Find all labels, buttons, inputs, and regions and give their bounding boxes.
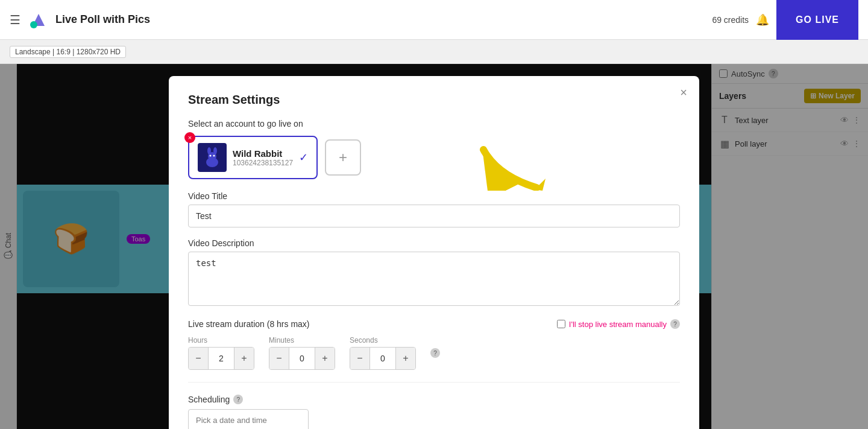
manual-stop-label: I'll stop live stream manually <box>569 320 667 329</box>
manual-stop-help-icon[interactable]: ? <box>670 319 680 329</box>
menu-icon[interactable]: ☰ <box>10 13 20 27</box>
app-logo <box>28 9 49 31</box>
video-description-label: Video Description <box>188 238 680 248</box>
duration-help-icon[interactable]: ? <box>430 348 440 358</box>
account-name: Wild Rabbit <box>233 148 293 159</box>
scheduling-title: Scheduling <box>188 395 230 404</box>
minutes-unit: Minutes − + <box>269 336 335 370</box>
seconds-increment-button[interactable]: + <box>396 348 415 369</box>
svg-point-7 <box>213 147 217 154</box>
video-title-group: Video Title <box>188 191 680 227</box>
yellow-arrow <box>476 136 549 191</box>
scheduling-date-input[interactable] <box>188 409 309 429</box>
add-account-button[interactable]: + <box>325 139 361 176</box>
topbar-right: 69 credits 🔔 GO LIVE <box>712 0 858 40</box>
accounts-row: × <box>188 136 680 179</box>
subtoolbar: Landscape | 16:9 | 1280x720 HD <box>0 40 868 64</box>
account-card-wild-rabbit[interactable]: × <box>188 136 318 179</box>
duration-section: Live stream duration (8 hrs max) I'll st… <box>188 319 680 370</box>
svg-point-2 <box>30 21 37 28</box>
manual-stop-checkbox[interactable] <box>557 320 565 328</box>
seconds-stepper: − + <box>350 347 416 370</box>
hours-increment-button[interactable]: + <box>234 348 254 369</box>
seconds-decrement-button[interactable]: − <box>350 348 370 369</box>
go-live-button[interactable]: GO LIVE <box>776 0 858 40</box>
format-label: Landscape | 16:9 | 1280x720 HD <box>10 46 126 58</box>
minutes-increment-button[interactable]: + <box>315 348 335 369</box>
svg-point-8 <box>210 155 212 157</box>
scheduling-help-icon[interactable]: ? <box>233 395 243 404</box>
scheduling-header: Scheduling ? <box>188 395 680 404</box>
modal-title: Stream Settings <box>188 93 680 107</box>
svg-point-6 <box>207 147 211 154</box>
seconds-value-input[interactable] <box>370 348 396 369</box>
bell-icon[interactable]: 🔔 <box>756 13 769 27</box>
hours-decrement-button[interactable]: − <box>189 348 208 369</box>
account-delete-icon[interactable]: × <box>184 132 195 143</box>
seconds-label: Seconds <box>350 336 416 345</box>
topbar: ☰ Live Poll with Pics 69 credits 🔔 GO LI… <box>0 0 868 40</box>
manual-stop-row: I'll stop live stream manually ? <box>557 319 680 329</box>
app-title: Live Poll with Pics <box>55 13 150 26</box>
duration-controls: Hours − + Minutes − + <box>188 336 680 370</box>
video-description-group: Video Description test <box>188 238 680 308</box>
account-check-icon: ✓ <box>299 151 308 164</box>
hours-label: Hours <box>188 336 254 345</box>
duration-header: Live stream duration (8 hrs max) I'll st… <box>188 319 680 329</box>
minutes-stepper: − + <box>269 347 335 370</box>
hours-unit: Hours − + <box>188 336 254 370</box>
video-title-label: Video Title <box>188 191 680 201</box>
video-title-input[interactable] <box>188 205 680 227</box>
minutes-decrement-button[interactable]: − <box>269 348 289 369</box>
account-id: 103624238135127 <box>233 159 293 167</box>
account-info: Wild Rabbit 103624238135127 <box>233 148 293 167</box>
hours-value-input[interactable] <box>208 348 234 369</box>
video-description-input[interactable]: test <box>188 252 680 306</box>
modal-close-button[interactable]: × <box>680 86 687 100</box>
stream-settings-modal: Stream Settings × Select an account to g… <box>169 76 699 429</box>
seconds-unit: Seconds − + <box>350 336 416 370</box>
duration-title: Live stream duration (8 hrs max) <box>188 319 310 329</box>
modal-divider <box>188 382 680 383</box>
account-avatar <box>198 143 227 172</box>
modal-overlay: Stream Settings × Select an account to g… <box>0 64 868 429</box>
scheduling-section: Scheduling ? <box>188 395 680 429</box>
svg-point-9 <box>213 155 215 157</box>
account-section-label: Select an account to go live on <box>188 119 680 129</box>
rabbit-icon <box>200 145 224 170</box>
svg-marker-11 <box>533 179 546 191</box>
hours-stepper: − + <box>188 347 254 370</box>
minutes-value-input[interactable] <box>289 348 315 369</box>
credits-display: 69 credits <box>712 15 749 25</box>
main-area: 💬 Chat Whito 🍞 Toas AutoSync ? Layers ⊞ … <box>0 64 868 429</box>
minutes-label: Minutes <box>269 336 335 345</box>
